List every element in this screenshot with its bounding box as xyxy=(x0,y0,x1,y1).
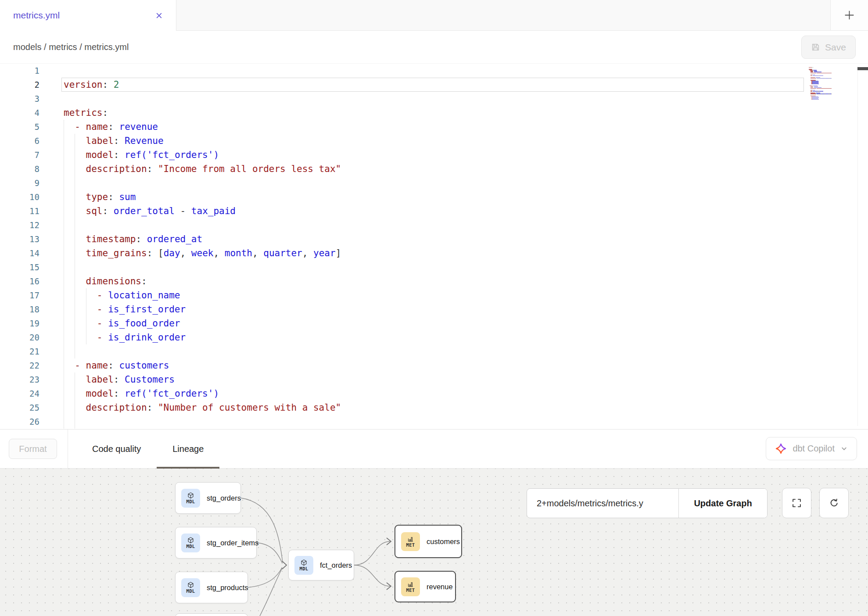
line-number: 14 xyxy=(0,246,39,260)
code-line[interactable]: 13 timestamp: ordered_at xyxy=(0,232,868,246)
copilot-label: dbt Copilot xyxy=(793,444,835,454)
code-line[interactable]: 26 xyxy=(0,415,868,429)
format-button[interactable]: Format xyxy=(9,439,57,459)
code-line[interactable]: 15 xyxy=(0,260,868,274)
line-number: 4 xyxy=(0,106,39,120)
code-line[interactable]: 8 description: "Income from all orders l… xyxy=(0,162,868,176)
code-line[interactable]: 23 label: Customers xyxy=(0,372,868,387)
code-line[interactable]: 24 model: ref('fct_orders') xyxy=(0,387,868,401)
minimap-content xyxy=(809,66,834,100)
node-label: stg_orders xyxy=(207,494,241,502)
indent-guide xyxy=(75,372,75,387)
model-cube-icon: MDL xyxy=(181,578,200,597)
indent-guide xyxy=(64,260,64,274)
line-number: 12 xyxy=(0,218,39,232)
indent-guide xyxy=(64,330,64,344)
code-line[interactable]: 20 - is_drink_order xyxy=(0,330,868,344)
code-line[interactable]: 19 - is_food_order xyxy=(0,316,868,330)
lineage-node-customers[interactable]: METcustomers xyxy=(395,525,462,558)
line-number: 16 xyxy=(0,274,39,288)
code-line[interactable]: 25 description: "Number of customers wit… xyxy=(0,401,868,415)
tab-metrics-yml[interactable]: metrics.yml xyxy=(0,0,176,31)
code-line[interactable]: 9 xyxy=(0,176,868,190)
lineage-node-fct_orders[interactable]: MDLfct_orders xyxy=(288,550,354,580)
indent-guide xyxy=(86,302,86,316)
line-number: 22 xyxy=(0,358,39,372)
metric-bar-chart-icon: MET xyxy=(401,577,420,596)
code-line[interactable]: 5 - name: revenue xyxy=(0,120,868,134)
tab-title: metrics.yml xyxy=(13,10,60,21)
indent-guide xyxy=(75,176,75,190)
code-line[interactable]: 21 xyxy=(0,344,868,358)
code-line[interactable]: 16 dimensions: xyxy=(0,274,868,288)
close-tab-icon[interactable] xyxy=(153,10,165,21)
node-label: revenue xyxy=(427,583,453,591)
plus-icon xyxy=(843,9,855,21)
indent-guide xyxy=(75,246,75,260)
line-number: 17 xyxy=(0,288,39,302)
code-line[interactable]: 4metrics: xyxy=(0,106,868,120)
indent-guide xyxy=(75,316,75,330)
lineage-node-stg_order_items[interactable]: MDLstg_order_items xyxy=(175,527,257,559)
code-line[interactable]: 12 xyxy=(0,218,868,232)
indent-guide xyxy=(64,344,64,358)
line-number: 20 xyxy=(0,330,39,344)
graph-selector-input[interactable] xyxy=(527,489,678,518)
bottom-toolbar: Format Code quality Lineage dbt Copilot xyxy=(0,429,868,469)
indent-guide xyxy=(86,330,86,344)
line-number: 25 xyxy=(0,401,39,415)
code-line[interactable]: 2version: 2 xyxy=(0,78,868,92)
indent-guide xyxy=(64,218,64,232)
lineage-panel[interactable]: MDLstg_ordersMDLstg_order_itemsMDLstg_pr… xyxy=(0,469,868,616)
breadcrumb-bar: models / metrics / metrics.yml Save xyxy=(0,31,868,64)
indent-guide xyxy=(64,148,64,162)
scrollbar-thumb[interactable] xyxy=(857,67,868,70)
code-line[interactable]: 22 - name: customers xyxy=(0,358,868,372)
minimap[interactable] xyxy=(809,66,834,100)
indent-guide xyxy=(75,288,75,302)
indent-guide xyxy=(64,372,64,387)
indent-guide xyxy=(64,162,64,176)
lineage-node-stg_orders[interactable]: MDLstg_orders xyxy=(175,482,241,514)
update-graph-button[interactable]: Update Graph xyxy=(678,489,767,518)
fullscreen-button[interactable] xyxy=(782,488,811,518)
code-line[interactable]: 17 - location_name xyxy=(0,288,868,302)
indent-guide xyxy=(64,358,64,372)
indent-guide xyxy=(75,302,75,316)
refresh-button[interactable] xyxy=(819,488,849,518)
code-line[interactable]: 1 xyxy=(0,64,868,78)
code-line[interactable]: 3 xyxy=(0,92,868,106)
node-label: customers xyxy=(427,537,460,546)
code-line[interactable]: 18 - is_first_order xyxy=(0,302,868,316)
line-number: 18 xyxy=(0,302,39,316)
code-line[interactable]: 7 model: ref('fct_orders') xyxy=(0,148,868,162)
indent-guide xyxy=(75,415,75,429)
code-line[interactable]: 6 label: Revenue xyxy=(0,134,868,148)
indent-guide xyxy=(75,204,75,218)
indent-guide xyxy=(64,316,64,330)
node-label: stg_products xyxy=(207,584,248,592)
line-number: 21 xyxy=(0,344,39,358)
indent-guide xyxy=(64,387,64,401)
code-line[interactable]: 10 type: sum xyxy=(0,190,868,204)
indent-guide xyxy=(64,232,64,246)
model-cube-icon: MDL xyxy=(181,534,200,552)
line-number: 6 xyxy=(0,134,39,148)
tab-code-quality[interactable]: Code quality xyxy=(76,430,157,468)
scrollbar-track xyxy=(857,66,858,426)
line-number: 23 xyxy=(0,372,39,387)
indent-guide xyxy=(64,288,64,302)
dbt-copilot-button[interactable]: dbt Copilot xyxy=(766,437,857,460)
lineage-node-partial-node[interactable] xyxy=(175,613,248,616)
lineage-node-stg_products[interactable]: MDLstg_products xyxy=(175,572,248,603)
code-line[interactable]: 14 time_grains: [day, week, month, quart… xyxy=(0,246,868,260)
model-cube-icon: MDL xyxy=(294,556,313,575)
save-button[interactable]: Save xyxy=(801,36,856,59)
indent-guide xyxy=(75,218,75,232)
lineage-node-revenue[interactable]: METrevenue xyxy=(395,571,456,602)
indent-guide xyxy=(64,134,64,148)
new-tab-button[interactable] xyxy=(830,0,868,31)
tab-lineage[interactable]: Lineage xyxy=(157,430,219,468)
code-editor[interactable]: 12version: 234metrics:5 - name: revenue6… xyxy=(0,64,868,429)
code-line[interactable]: 11 sql: order_total - tax_paid xyxy=(0,204,868,218)
